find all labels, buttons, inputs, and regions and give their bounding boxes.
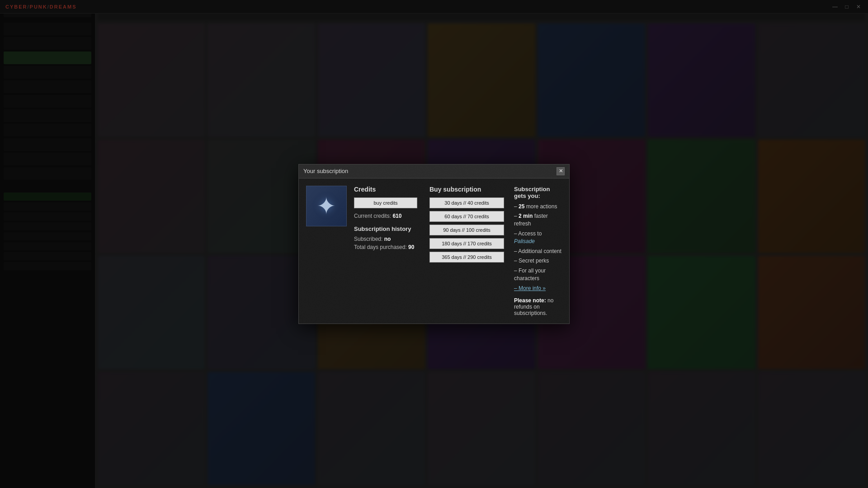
benefit-additional-content: – Additional content xyxy=(514,248,562,255)
benefit-secret-perks: – Secret perks xyxy=(514,257,562,265)
subscribed-value: no xyxy=(384,236,391,242)
buy-subscription-section: Buy subscription 30 days // 40 credits 6… xyxy=(429,186,509,317)
buy-subscription-heading: Buy subscription xyxy=(429,186,509,193)
subscription-modal: Your subscription ✕ ✦ Credits buy credit… xyxy=(298,164,570,324)
sub-option-180days[interactable]: 180 days // 170 credits xyxy=(429,238,504,249)
star-icon-wrapper: ✦ xyxy=(306,186,347,226)
total-days-value: 90 xyxy=(408,244,414,250)
more-info-link[interactable]: – More info » xyxy=(514,285,546,291)
benefit-palisade: – Access to Palisade xyxy=(514,230,562,245)
benefit-refresh-time: 2 min xyxy=(519,213,533,219)
sub-option-60days[interactable]: 60 days // 70 credits xyxy=(429,211,504,222)
subscription-history-heading: Subscription history xyxy=(354,225,424,232)
star-icon: ✦ xyxy=(316,194,336,218)
total-days-label: Total days purchased: xyxy=(354,244,407,250)
benefit-actions-number: 25 xyxy=(519,203,524,210)
credits-section: Credits buy credits Current credits: 610… xyxy=(354,186,424,317)
current-credits-value: 610 xyxy=(392,213,401,219)
benefit-all-characters: – For all your characters xyxy=(514,267,562,282)
credits-heading: Credits xyxy=(354,186,424,193)
subscribed-text: Subscribed: no xyxy=(354,236,424,242)
benefits-heading: Subscription gets you: xyxy=(514,186,562,199)
palisade-highlight: Palisade xyxy=(514,238,535,244)
current-credits-text: Current credits: 610 xyxy=(354,213,424,219)
benefits-section: Subscription gets you: – 25 more actions… xyxy=(514,186,562,317)
modal-titlebar: Your subscription ✕ xyxy=(299,164,569,178)
sub-option-365days[interactable]: 365 days // 290 credits xyxy=(429,252,504,263)
modal-body: ✦ Credits buy credits Current credits: 6… xyxy=(299,178,569,324)
modal-title: Your subscription xyxy=(303,168,348,174)
please-note-label: Please note: xyxy=(514,297,546,304)
benefit-faster-refresh: – 2 min faster refresh xyxy=(514,212,562,228)
subscribed-label: Subscribed: xyxy=(354,236,382,242)
modal-close-button[interactable]: ✕ xyxy=(557,167,565,175)
sub-option-30days[interactable]: 30 days // 40 credits xyxy=(429,197,504,208)
total-days-text: Total days purchased: 90 xyxy=(354,244,424,250)
please-note-text: Please note: no refunds on subscriptions… xyxy=(514,297,562,316)
more-info-item: – More info » xyxy=(514,285,562,292)
modal-overlay: Your subscription ✕ ✦ Credits buy credit… xyxy=(0,0,868,488)
sub-option-90days[interactable]: 90 days // 100 credits xyxy=(429,225,504,235)
current-credits-label: Current credits: xyxy=(354,213,391,219)
benefit-more-actions: – 25 more actions xyxy=(514,203,562,211)
buy-credits-button[interactable]: buy credits xyxy=(354,197,417,208)
